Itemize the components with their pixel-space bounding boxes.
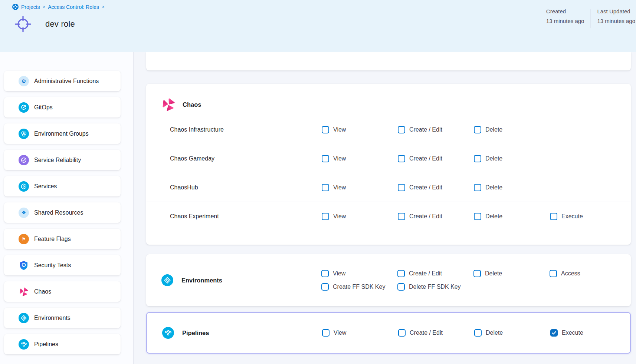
permission-column: Delete — [473, 270, 550, 277]
unchecked-checkbox-icon[interactable] — [474, 126, 481, 133]
checkbox-label: View — [333, 126, 346, 133]
unchecked-checkbox-icon[interactable] — [398, 213, 405, 220]
checkbox-create-ff-sdk-key[interactable]: Create FF SDK Key — [321, 283, 385, 291]
checkbox-access[interactable]: Access — [550, 270, 580, 277]
environments-section-card: Environments ViewCreate / EditDeleteAcce… — [146, 254, 631, 306]
checkbox-label: Create / Edit — [409, 270, 442, 277]
sidebar-item-pipelines[interactable]: Pipelines — [4, 334, 121, 354]
unchecked-checkbox-icon[interactable] — [321, 283, 329, 291]
shared-resources-icon: ❖ — [19, 208, 29, 218]
sidebar-item-label: Feature Flags — [34, 236, 71, 242]
permission-row-chaos-gameday: Chaos GamedayViewCreate / EditDelete — [147, 144, 630, 173]
role-target-icon — [13, 14, 33, 34]
checkbox-label: Delete — [485, 213, 502, 220]
sidebar-item-gitops[interactable]: GitOps — [4, 97, 121, 118]
sidebar-item-chaos[interactable]: Chaos — [4, 281, 121, 302]
checkbox-create-edit[interactable]: Create / Edit — [398, 155, 442, 162]
sidebar-item-service-reliability[interactable]: Service Reliability — [4, 150, 121, 170]
resource-category-sidebar: ⚙Administrative FunctionsGitOpsEnvironme… — [0, 52, 134, 364]
breadcrumb-projects-link[interactable]: Projects — [21, 4, 40, 10]
checkbox-label: View — [333, 270, 345, 277]
checkbox-create-edit[interactable]: Create / Edit — [398, 184, 442, 191]
checkbox-delete[interactable]: Delete — [473, 270, 502, 277]
checkbox-delete[interactable]: Delete — [474, 329, 503, 337]
unchecked-checkbox-icon[interactable] — [398, 329, 406, 337]
breadcrumb-separator: > — [43, 4, 46, 10]
sidebar-item-environments[interactable]: Environments — [4, 308, 121, 328]
permission-column: Create FF SDK Key — [321, 283, 397, 291]
permission-column: Create / Edit — [397, 270, 473, 277]
last-updated-label: Last Updated — [597, 8, 635, 14]
unchecked-checkbox-icon[interactable] — [474, 155, 481, 162]
environments-icon — [19, 313, 29, 323]
checkbox-delete[interactable]: Delete — [474, 126, 502, 133]
sidebar-item-label: Environments — [34, 315, 71, 321]
sidebar-item-shared-resources[interactable]: ❖Shared Resources — [4, 202, 121, 223]
permission-column: Create / Edit — [398, 126, 474, 133]
checkbox-create-edit[interactable]: Create / Edit — [398, 329, 443, 337]
page-header: Projects > Access Control: Roles > dev r… — [0, 0, 636, 52]
checkbox-delete[interactable]: Delete — [474, 213, 502, 220]
checkbox-execute[interactable]: Execute — [550, 329, 583, 337]
checkbox-execute[interactable]: Execute — [550, 213, 583, 220]
sidebar-item-security-tests[interactable]: Security Tests — [4, 255, 121, 275]
partial-card — [146, 52, 631, 70]
sidebar-item-feature-flags[interactable]: ⚑Feature Flags — [4, 229, 121, 249]
unchecked-checkbox-icon[interactable] — [322, 184, 329, 191]
checkbox-view[interactable]: View — [322, 329, 346, 337]
unchecked-checkbox-icon[interactable] — [474, 329, 482, 337]
unchecked-checkbox-icon[interactable] — [322, 155, 329, 162]
checkbox-view[interactable]: View — [321, 270, 345, 277]
breadcrumb-roles-link[interactable]: Access Control: Roles — [48, 4, 99, 10]
unchecked-checkbox-icon[interactable] — [550, 213, 557, 220]
page-title: dev role — [45, 19, 75, 29]
security-tests-icon — [19, 260, 29, 271]
unchecked-checkbox-icon[interactable] — [398, 184, 405, 191]
permission-row-chaos-experiment: Chaos ExperimentViewCreate / EditDeleteE… — [147, 202, 630, 231]
pipelines-icon — [162, 327, 174, 339]
checkbox-view[interactable]: View — [322, 213, 346, 220]
unchecked-checkbox-icon[interactable] — [321, 270, 329, 277]
checkbox-label: Execute — [562, 330, 583, 336]
sidebar-item-label: Services — [34, 183, 57, 190]
unchecked-checkbox-icon[interactable] — [322, 329, 330, 337]
checkbox-view[interactable]: View — [322, 184, 346, 191]
unchecked-checkbox-icon[interactable] — [473, 270, 481, 277]
pipelines-section-card[interactable]: Pipelines ViewCreate / EditDeleteExecute — [146, 312, 631, 354]
checkbox-create-edit[interactable]: Create / Edit — [397, 270, 442, 277]
unchecked-checkbox-icon[interactable] — [397, 270, 405, 277]
pipelines-icon — [19, 339, 29, 350]
permission-column: Delete — [474, 184, 550, 191]
checkbox-delete[interactable]: Delete — [474, 184, 502, 191]
checkbox-create-edit[interactable]: Create / Edit — [398, 213, 442, 220]
sidebar-item-label: Administrative Functions — [34, 78, 99, 85]
section-title: Environments — [181, 277, 222, 284]
permission-column: View — [322, 329, 398, 337]
unchecked-checkbox-icon[interactable] — [398, 155, 405, 162]
permission-column: View — [321, 270, 397, 277]
unchecked-checkbox-icon[interactable] — [322, 213, 329, 220]
unchecked-checkbox-icon[interactable] — [474, 213, 481, 220]
permission-row-chaos-infrastructure: Chaos InfrastructureViewCreate / EditDel… — [147, 115, 630, 144]
unchecked-checkbox-icon[interactable] — [474, 184, 481, 191]
checked-checkbox-icon[interactable] — [550, 329, 558, 337]
unchecked-checkbox-icon[interactable] — [398, 126, 405, 133]
checkbox-create-edit[interactable]: Create / Edit — [398, 126, 442, 133]
sidebar-item-services[interactable]: Services — [4, 176, 121, 196]
checkbox-label: Delete — [485, 184, 502, 191]
checkbox-delete[interactable]: Delete — [474, 155, 502, 162]
sidebar-item-administrative-functions[interactable]: ⚙Administrative Functions — [4, 71, 121, 91]
checkbox-view[interactable]: View — [322, 126, 346, 133]
unchecked-checkbox-icon[interactable] — [397, 283, 405, 291]
unchecked-checkbox-icon[interactable] — [550, 270, 557, 277]
permission-column: Create / Edit — [398, 184, 474, 191]
checkbox-delete-ff-sdk-key[interactable]: Delete FF SDK Key — [397, 283, 461, 291]
checkbox-label: Delete — [486, 330, 503, 336]
sidebar-item-environment-groups[interactable]: Environment Groups — [4, 123, 121, 144]
sidebar-item-label: Service Reliability — [34, 157, 81, 163]
checkbox-view[interactable]: View — [322, 155, 346, 162]
sidebar-item-label: Environment Groups — [34, 130, 89, 137]
breadcrumb-separator: > — [102, 4, 105, 10]
unchecked-checkbox-icon[interactable] — [322, 126, 329, 133]
sidebar-item-label: Security Tests — [34, 262, 71, 269]
